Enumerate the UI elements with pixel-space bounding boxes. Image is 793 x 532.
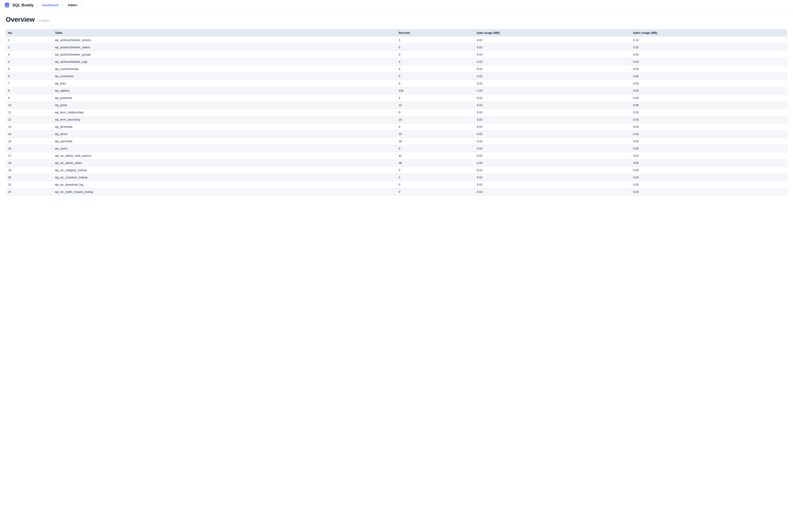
cell-data: 0.02: [475, 109, 631, 116]
cell-index: 0.06: [631, 101, 787, 109]
cell-index: 0.00: [631, 167, 787, 174]
cell-table: wp_term_taxonomy: [53, 116, 396, 123]
cell-no: 13: [6, 123, 53, 131]
cell-index: 0.03: [631, 87, 787, 94]
table-row[interactable]: 13wp_termmeta00.020.03: [6, 123, 787, 131]
col-header-table[interactable]: Table: [53, 29, 396, 37]
cell-records: 38: [396, 159, 475, 167]
svg-point-0: [5, 2, 9, 4]
tab-label: Dashboard: [42, 3, 58, 7]
cell-index: 0.03: [631, 188, 787, 195]
page: Overview 43 tables No. Table Records Dat…: [0, 10, 793, 201]
table-row[interactable]: 14wp_terms150.020.03: [6, 131, 787, 138]
cell-records: 1: [396, 37, 475, 44]
cell-index: 0.03: [631, 58, 787, 65]
cell-table: wp_commentmeta: [53, 65, 396, 73]
cell-records: 0: [396, 51, 475, 58]
cell-records: 0: [396, 44, 475, 51]
table-row[interactable]: 9wp_postmeta40.020.03: [6, 94, 787, 101]
cell-data: 2.03: [475, 87, 631, 94]
table-row[interactable]: 10wp_posts100.020.06: [6, 101, 787, 109]
cell-data: 0.02: [475, 80, 631, 87]
table-row[interactable]: 5wp_commentmeta00.020.03: [6, 65, 787, 73]
col-header-index[interactable]: Index Usage (MB): [631, 29, 787, 37]
cell-table: wp_termmeta: [53, 123, 396, 131]
cell-records: 0: [396, 123, 475, 131]
table-row[interactable]: 18wp_wc_admin_notes380.050.00: [6, 159, 787, 167]
brand[interactable]: SQL Buddy: [0, 0, 37, 10]
cell-no: 1: [6, 37, 53, 44]
cell-no: 17: [6, 152, 53, 159]
brand-name: SQL Buddy: [13, 3, 34, 7]
cell-index: 0.00: [631, 159, 787, 167]
cell-no: 4: [6, 58, 53, 65]
table-row[interactable]: 8wp_options3162.030.03: [6, 87, 787, 94]
cell-table: wp_term_relationships: [53, 109, 396, 116]
cell-table: wp_usermeta: [53, 138, 396, 145]
table-row[interactable]: 1wp_actionscheduler_actions10.020.13: [6, 37, 787, 44]
cell-data: 0.02: [475, 152, 631, 159]
page-header: Overview 43 tables: [6, 16, 787, 23]
cell-table: wp_options: [53, 87, 396, 94]
cell-data: 0.02: [475, 44, 631, 51]
cell-data: 0.02: [475, 65, 631, 73]
table-row[interactable]: 21wp_wc_download_log00.020.03: [6, 181, 787, 188]
cell-no: 18: [6, 159, 53, 167]
cell-table: wp_terms: [53, 131, 396, 138]
cell-index: 0.03: [631, 65, 787, 73]
cell-data: 0.02: [475, 181, 631, 188]
table-row[interactable]: 22wp_wc_order_coupon_lookup00.020.03: [6, 188, 787, 195]
cell-index: 0.08: [631, 73, 787, 80]
cell-table: wp_wc_download_log: [53, 181, 396, 188]
cell-records: 0: [396, 73, 475, 80]
cell-table: wp_actionscheduler_logs: [53, 58, 396, 65]
table-row[interactable]: 7wp_links00.020.02: [6, 80, 787, 87]
table-row[interactable]: 11wp_term_relationships00.020.02: [6, 109, 787, 116]
cell-table: wp_posts: [53, 101, 396, 109]
cell-records: 0: [396, 167, 475, 174]
tab-tables[interactable]: Tables: [63, 0, 82, 10]
cell-records: 0: [396, 109, 475, 116]
col-header-no[interactable]: No.: [6, 29, 53, 37]
table-row[interactable]: 2wp_actionscheduler_claims00.020.02: [6, 44, 787, 51]
page-title: Overview: [6, 16, 35, 23]
cell-index: 0.02: [631, 109, 787, 116]
cell-records: 15: [396, 131, 475, 138]
cell-data: 0.02: [475, 145, 631, 152]
database-icon: [4, 2, 10, 8]
cell-data: 0.02: [475, 101, 631, 109]
tab-label: Tables: [67, 3, 77, 7]
cell-index: 0.02: [631, 44, 787, 51]
table-row[interactable]: 15wp_usermeta260.020.03: [6, 138, 787, 145]
cell-no: 22: [6, 188, 53, 195]
cell-records: 0: [396, 145, 475, 152]
table-row[interactable]: 12wp_term_taxonomy150.020.03: [6, 116, 787, 123]
cell-data: 0.02: [475, 138, 631, 145]
cell-data: 0.02: [475, 73, 631, 80]
table-row[interactable]: 4wp_actionscheduler_logs30.020.03: [6, 58, 787, 65]
table-row[interactable]: 6wp_comments00.020.08: [6, 73, 787, 80]
cell-data: 0.02: [475, 58, 631, 65]
table-row[interactable]: 16wp_users00.020.05: [6, 145, 787, 152]
cell-no: 21: [6, 181, 53, 188]
cell-table: wp_wc_admin_note_actions: [53, 152, 396, 159]
cell-records: 41: [396, 152, 475, 159]
table-row[interactable]: 17wp_wc_admin_note_actions410.020.02: [6, 152, 787, 159]
table-row[interactable]: 19wp_wc_category_lookup00.020.00: [6, 167, 787, 174]
cell-records: 3: [396, 58, 475, 65]
cell-data: 0.02: [475, 94, 631, 101]
cell-no: 11: [6, 109, 53, 116]
table-row[interactable]: 20wp_wc_customer_lookup00.020.03: [6, 174, 787, 181]
cell-no: 19: [6, 167, 53, 174]
cell-table: wp_wc_customer_lookup: [53, 174, 396, 181]
table-row[interactable]: 3wp_actionscheduler_groups00.020.02: [6, 51, 787, 58]
col-header-records[interactable]: Records: [396, 29, 475, 37]
cell-index: 0.03: [631, 138, 787, 145]
cell-table: wp_actionscheduler_claims: [53, 44, 396, 51]
cell-records: 0: [396, 174, 475, 181]
col-header-data[interactable]: Data Usage (MB): [475, 29, 631, 37]
cell-data: 0.02: [475, 123, 631, 131]
tab-dashboard[interactable]: Dashboard: [37, 0, 63, 10]
cell-data: 0.02: [475, 131, 631, 138]
cell-index: 0.03: [631, 131, 787, 138]
